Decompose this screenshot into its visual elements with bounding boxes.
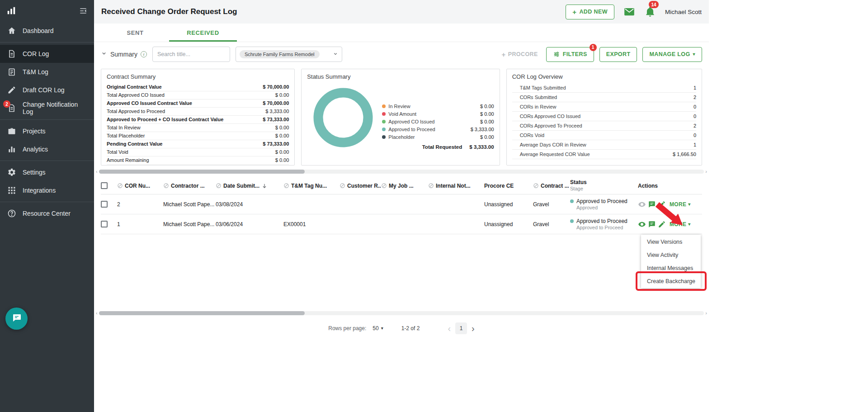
column-filter-icon[interactable] <box>216 183 222 189</box>
column-filter-icon[interactable] <box>428 183 434 189</box>
column-header[interactable]: COR Nu... <box>125 183 150 189</box>
stage-label: Approved to Proceed <box>576 225 623 230</box>
help-icon <box>7 209 16 218</box>
status-dot <box>570 199 574 203</box>
contract-summary-card: Contract Summary Original Contract Value… <box>101 69 295 166</box>
column-filter-icon[interactable] <box>533 183 539 189</box>
menu-item-create-backcharge[interactable]: Create Backcharge <box>641 275 701 288</box>
edit-pencil-icon[interactable] <box>658 220 666 228</box>
scrollbar-thumb[interactable] <box>99 170 305 174</box>
column-header[interactable]: Customer R... <box>347 183 381 189</box>
more-button[interactable]: MORE ▾ <box>670 201 691 208</box>
sidebar-item-cor-log[interactable]: COR Log <box>0 45 94 63</box>
edit-pencil-icon[interactable] <box>658 200 666 208</box>
chevron-right-icon[interactable]: › <box>705 310 707 316</box>
sidebar-item-settings[interactable]: Settings <box>0 163 94 181</box>
sidebar-item-change-notification-log[interactable]: 2 Change Notification Log <box>0 99 94 117</box>
sidebar-item-dashboard[interactable]: Dashboard <box>0 22 94 40</box>
legend-item: Approved to Proceed$ 3,333.00 <box>382 125 494 133</box>
rows-per-page-select[interactable]: 50 ▾ <box>373 325 383 331</box>
comment-icon[interactable] <box>648 220 656 228</box>
page-title: Received Change Order Request Log <box>101 7 237 16</box>
log-toolbar: Summary i Schrute Family Farms Remodel +… <box>94 45 709 63</box>
messages-button[interactable] <box>623 6 635 18</box>
list-icon <box>7 67 16 76</box>
filters-button[interactable]: FILTERS 1 <box>546 47 594 62</box>
column-filter-icon[interactable] <box>283 183 289 189</box>
page-number-button[interactable]: 1 <box>455 322 467 334</box>
column-filter-icon[interactable] <box>163 183 169 189</box>
cor-log-table: COR Nu... Contractor ... Date Submit... … <box>94 177 709 234</box>
column-header[interactable]: Contractor ... <box>171 183 205 189</box>
previous-page-button[interactable]: ‹ <box>448 324 451 333</box>
sidebar-item-resource-center[interactable]: Resource Center <box>0 204 94 223</box>
manage-log-button[interactable]: MANAGE LOG ▾ <box>642 47 702 62</box>
sidebar-item-analytics[interactable]: Analytics <box>0 140 94 158</box>
column-header: Actions <box>638 183 658 189</box>
summary-cards: Contract Summary Original Contract Value… <box>94 69 709 166</box>
sidebar-item-tm-log[interactable]: T&M Log <box>0 63 94 81</box>
column-filter-icon[interactable] <box>340 183 345 189</box>
sidebar-divider <box>0 161 94 161</box>
column-filter-icon[interactable] <box>381 183 387 189</box>
menu-item-internal-messages[interactable]: Internal Messages <box>641 261 701 275</box>
tab-received[interactable]: RECEIVED <box>169 24 237 42</box>
document-alert-icon: 2 <box>7 104 16 113</box>
row-checkbox[interactable] <box>101 221 108 227</box>
chevron-right-icon[interactable]: › <box>705 169 707 174</box>
sort-descending-icon[interactable] <box>261 183 268 189</box>
menu-item-view-versions[interactable]: View Versions <box>641 235 701 248</box>
sidebar-item-label: T&M Log <box>23 68 48 76</box>
column-header[interactable]: My Job ... <box>389 183 414 189</box>
table-row[interactable]: 1 Michael Scott Pape... 03/06/2024 EX000… <box>101 214 702 234</box>
scrollbar-thumb[interactable] <box>99 311 305 315</box>
search-title-input[interactable] <box>152 47 230 62</box>
project-filter-select[interactable]: Schrute Family Farms Remodel <box>236 47 342 62</box>
sidebar-item-label: Projects <box>23 128 46 135</box>
chevron-left-icon[interactable]: ‹ <box>96 169 98 174</box>
legend-item: Placeholder$ 0.00 <box>382 133 494 141</box>
scrollbar-track[interactable] <box>99 311 704 315</box>
scrollbar-track[interactable] <box>99 170 704 174</box>
row-checkbox[interactable] <box>101 201 108 208</box>
tabs-bar: SENT RECEIVED <box>94 24 709 42</box>
more-button[interactable]: MORE ▾ <box>670 221 691 227</box>
table-row[interactable]: 2 Michael Scott Pape... 03/08/2024 Unass… <box>101 194 702 214</box>
tab-sent[interactable]: SENT <box>101 24 169 42</box>
column-subheader: Stage <box>570 186 587 192</box>
document-icon <box>7 49 16 58</box>
export-button[interactable]: EXPORT <box>599 47 637 62</box>
column-header[interactable]: T&M Tag Nu... <box>291 183 327 189</box>
view-icon[interactable] <box>638 220 646 228</box>
notifications-button[interactable]: 14 <box>644 6 656 18</box>
column-filter-icon[interactable] <box>117 183 123 189</box>
overview-row: CORs Void0 <box>512 131 696 140</box>
summary-collapse-toggle[interactable]: Summary i <box>101 50 147 58</box>
chevron-down-icon <box>101 50 107 58</box>
sidebar-item-integrations[interactable]: Integrations <box>0 181 94 199</box>
legend-dot <box>382 112 386 116</box>
column-header[interactable]: Internal Not... <box>436 183 471 189</box>
sidebar-item-projects[interactable]: Projects <box>0 122 94 140</box>
chevron-left-icon[interactable]: ‹ <box>96 310 98 316</box>
chat-widget-button[interactable] <box>5 308 28 330</box>
card-title: COR Log Overview <box>512 73 696 80</box>
status-summary-card: Status Summary In Review$ 0.00 Void Amou… <box>301 69 500 166</box>
plus-icon: + <box>502 51 506 58</box>
comment-icon[interactable] <box>648 200 656 208</box>
user-menu[interactable]: Michael Scott <box>665 9 702 15</box>
legend-item: Approved CO Issued$ 0.00 <box>382 118 494 125</box>
add-new-button[interactable]: + ADD NEW <box>566 5 614 19</box>
sidebar-divider <box>0 42 94 43</box>
sidebar-item-draft-cor-log[interactable]: Draft COR Log <box>0 81 94 99</box>
column-header[interactable]: Contract ... <box>541 183 569 189</box>
view-icon[interactable] <box>638 200 646 208</box>
legend-item: Void Amount$ 0.00 <box>382 110 494 118</box>
column-header: Status <box>570 180 587 186</box>
select-all-checkbox[interactable] <box>101 182 108 189</box>
total-requested: Total Requested $ 3,333.00 <box>382 144 494 150</box>
sidebar-collapse-icon[interactable] <box>79 6 88 15</box>
column-header[interactable]: Date Submit... <box>223 183 259 189</box>
menu-item-view-activity[interactable]: View Activity <box>641 248 701 261</box>
next-page-button[interactable]: › <box>472 324 475 333</box>
